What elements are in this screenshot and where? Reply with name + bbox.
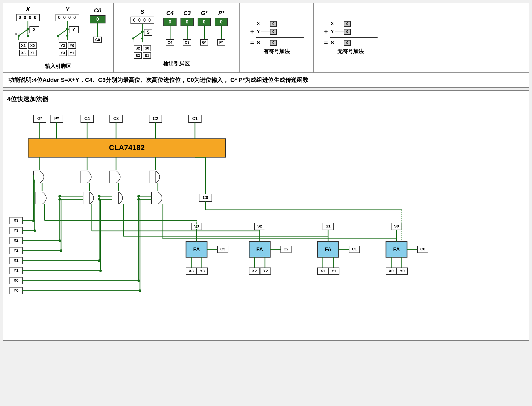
cla-chip-label: CLA74182 — [109, 143, 144, 152]
svg-text:0: 0 — [272, 41, 274, 45]
svg-text:C3: C3 — [113, 116, 119, 121]
c4-label: C4 — [166, 10, 174, 17]
svg-text:S2: S2 — [257, 224, 262, 228]
svg-text:3: 3 — [18, 32, 19, 36]
pstar-display: 0 — [215, 18, 228, 26]
unsigned-add-area: X 0 + Y — [314, 3, 387, 72]
svg-text:X3: X3 — [14, 218, 18, 222]
x-tree-svg: X 3 1 2 0 — [11, 21, 45, 42]
s1-pin-box: S1 — [143, 52, 151, 59]
unsigned-s-row: = S 0 — [323, 39, 378, 47]
description-row: 功能说明:4位Adder S=X+Y，C4、C3分别为最高位、次高位进位位，C0… — [3, 73, 529, 87]
c3-label: C3 — [183, 10, 191, 17]
svg-text:X1: X1 — [14, 258, 18, 263]
svg-line-28 — [133, 32, 142, 38]
s-pin-display: 0 0 0 0 — [131, 17, 154, 24]
svg-text:Y2: Y2 — [263, 269, 268, 273]
c4-sub: C4 — [166, 39, 174, 46]
svg-rect-81 — [112, 192, 119, 204]
svg-text:C2: C2 — [283, 247, 288, 251]
gstar-sub: G* — [200, 39, 208, 46]
svg-text:Y0: Y0 — [14, 288, 18, 293]
signed-add-area: X 0 + Y — [240, 3, 314, 72]
svg-text:S0: S0 — [394, 224, 399, 228]
svg-text:C0: C0 — [203, 195, 208, 200]
pstar-label: P* — [218, 10, 224, 17]
svg-rect-75 — [81, 171, 87, 183]
circuit-title: 4位快速加法器 — [7, 95, 525, 103]
svg-text:C1: C1 — [352, 247, 357, 251]
svg-text:X: X — [33, 27, 36, 32]
svg-text:0: 0 — [346, 41, 348, 45]
svg-rect-83 — [149, 171, 156, 183]
svg-text:Y1: Y1 — [14, 268, 18, 273]
circuit-diagram-svg: CLA74182 G* P* C4 C3 C2 C — [7, 107, 528, 336]
svg-text:Y: Y — [72, 27, 75, 32]
svg-text:FA: FA — [193, 246, 200, 252]
c0-pin-component: C0 0 C0 — [90, 6, 106, 43]
x3-pin-box: X3 — [19, 50, 27, 56]
svg-text:FA: FA — [256, 246, 263, 252]
svg-text:0: 0 — [15, 32, 17, 36]
gstar-label: G* — [201, 10, 208, 17]
y2-pin-box: Y2 — [59, 42, 67, 49]
svg-rect-85 — [152, 192, 158, 204]
svg-point-214 — [137, 198, 140, 201]
y-pin-label: Y — [66, 6, 69, 13]
unsigned-arithmetic: X 0 + Y — [323, 21, 378, 47]
y-pin-display: 0 0 0 0 — [56, 14, 79, 21]
c0-pin-label: C0 — [94, 7, 101, 14]
svg-text:Y2: Y2 — [14, 248, 18, 252]
unsigned-x-pin: X 0 — [331, 21, 351, 27]
c3-sub: C3 — [183, 39, 191, 46]
signed-s-row: = S 0 — [249, 39, 304, 47]
svg-text:FA: FA — [325, 246, 332, 252]
s-pin-label: S — [140, 8, 144, 15]
signed-plus: + — [249, 28, 255, 36]
svg-text:X0: X0 — [389, 269, 394, 273]
svg-text:S: S — [147, 30, 150, 34]
c0-sub-box: C0 — [93, 37, 102, 43]
signed-s-pin: S 0 — [257, 40, 277, 46]
y3-pin-box: Y3 — [59, 50, 67, 56]
s-pin-component: S 0 0 0 0 S — [125, 8, 159, 59]
svg-text:0: 0 — [272, 29, 274, 34]
signed-arithmetic: X 0 + Y — [249, 21, 304, 47]
svg-text:Y0: Y0 — [400, 269, 405, 273]
unsigned-y-row: + Y 0 — [323, 28, 378, 36]
signed-x-pin: X 0 — [257, 21, 277, 27]
svg-text:C2: C2 — [153, 116, 158, 121]
bottom-section: 4位快速加法器 CLA74182 G* P* C4 — [3, 90, 529, 341]
x-pin-component: X 0 0 0 0 X — [11, 6, 45, 56]
svg-point-211 — [137, 195, 140, 197]
y-pin-component: Y 0 0 0 0 Y — [50, 6, 84, 56]
gstar-display: 0 — [198, 18, 211, 26]
outer-container: X 0 0 0 0 X — [0, 0, 532, 406]
top-section: X 0 0 0 0 X — [3, 3, 529, 88]
s0-pin-box: S0 — [143, 45, 151, 51]
x2-pin-box: X2 — [19, 42, 27, 49]
svg-rect-79 — [110, 171, 116, 183]
svg-text:C1: C1 — [192, 116, 198, 121]
signed-y-row: + Y 0 — [249, 28, 304, 36]
svg-rect-77 — [83, 192, 90, 204]
signed-x-row: X 0 — [249, 21, 304, 27]
svg-text:2: 2 — [23, 32, 24, 36]
output-area-label: 输出引脚区 — [163, 60, 190, 67]
y0-pin-box: Y0 — [68, 42, 76, 49]
x1-pin-box: X1 — [28, 50, 37, 56]
s2-pin-box: S2 — [134, 45, 142, 51]
description-text: 功能说明:4位Adder S=X+Y，C4、C3分别为最高位、次高位进位位，C0… — [8, 77, 308, 83]
signed-s-label: S — [257, 40, 260, 46]
svg-text:0: 0 — [346, 29, 348, 34]
svg-point-209 — [58, 195, 61, 197]
signed-add-label: 有符号加法 — [263, 48, 290, 55]
pstar-pin-component: P* 0 P* — [215, 8, 228, 46]
c4-display: 0 — [163, 18, 177, 26]
signed-x-label: X — [257, 21, 260, 27]
svg-text:Y3: Y3 — [14, 228, 18, 232]
input-pin-area-inner: X 0 0 0 0 X — [11, 6, 106, 56]
c0-pin-display: 0 — [90, 15, 106, 23]
output-pin-area: S 0 0 0 0 S — [114, 3, 240, 72]
svg-text:FA: FA — [393, 246, 400, 252]
